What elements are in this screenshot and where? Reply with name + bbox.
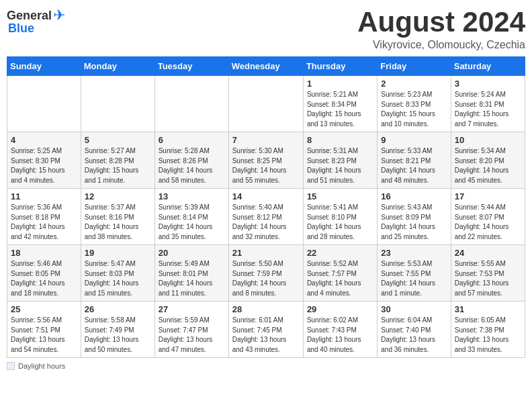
calendar-cell: 10Sunrise: 5:34 AM Sunset: 8:20 PM Dayli… xyxy=(451,132,525,189)
day-info: Sunrise: 5:52 AM Sunset: 7:57 PM Dayligh… xyxy=(307,259,373,298)
day-number: 24 xyxy=(455,248,521,258)
calendar-cell: 29Sunrise: 6:02 AM Sunset: 7:43 PM Dayli… xyxy=(303,302,377,358)
day-number: 3 xyxy=(455,79,521,89)
calendar-cell: 2Sunrise: 5:23 AM Sunset: 8:33 PM Daylig… xyxy=(378,76,451,132)
day-info: Sunrise: 5:46 AM Sunset: 8:05 PM Dayligh… xyxy=(11,259,77,298)
calendar-cell: 23Sunrise: 5:53 AM Sunset: 7:55 PM Dayli… xyxy=(378,245,451,302)
calendar-cell: 9Sunrise: 5:33 AM Sunset: 8:21 PM Daylig… xyxy=(378,132,451,189)
calendar-cell: 25Sunrise: 5:56 AM Sunset: 7:51 PM Dayli… xyxy=(7,302,81,358)
day-info: Sunrise: 5:43 AM Sunset: 8:09 PM Dayligh… xyxy=(381,203,447,242)
calendar-table: SundayMondayTuesdayWednesdayThursdayFrid… xyxy=(7,56,525,358)
calendar-cell: 27Sunrise: 5:59 AM Sunset: 7:47 PM Dayli… xyxy=(154,302,228,358)
calendar-cell: 8Sunrise: 5:31 AM Sunset: 8:23 PM Daylig… xyxy=(303,132,377,189)
calendar-week-row: 18Sunrise: 5:46 AM Sunset: 8:05 PM Dayli… xyxy=(7,245,525,302)
day-info: Sunrise: 5:53 AM Sunset: 7:55 PM Dayligh… xyxy=(381,259,447,298)
day-info: Sunrise: 5:39 AM Sunset: 8:14 PM Dayligh… xyxy=(159,203,225,242)
day-number: 28 xyxy=(232,304,300,314)
calendar-cell xyxy=(154,76,228,132)
calendar-week-row: 4Sunrise: 5:25 AM Sunset: 8:30 PM Daylig… xyxy=(7,132,525,189)
day-info: Sunrise: 5:25 AM Sunset: 8:30 PM Dayligh… xyxy=(11,146,77,185)
day-info: Sunrise: 6:05 AM Sunset: 7:38 PM Dayligh… xyxy=(455,316,521,355)
calendar-cell: 26Sunrise: 5:58 AM Sunset: 7:49 PM Dayli… xyxy=(81,302,154,358)
day-info: Sunrise: 6:01 AM Sunset: 7:45 PM Dayligh… xyxy=(232,316,300,355)
day-info: Sunrise: 5:36 AM Sunset: 8:18 PM Dayligh… xyxy=(11,203,77,242)
day-info: Sunrise: 5:37 AM Sunset: 8:16 PM Dayligh… xyxy=(85,203,151,242)
day-info: Sunrise: 5:23 AM Sunset: 8:33 PM Dayligh… xyxy=(381,90,447,129)
calendar-cell: 22Sunrise: 5:52 AM Sunset: 7:57 PM Dayli… xyxy=(303,245,377,302)
day-number: 15 xyxy=(307,191,373,201)
day-number: 29 xyxy=(307,304,373,314)
day-number: 21 xyxy=(232,248,300,258)
day-number: 20 xyxy=(159,248,225,258)
daylight-box-icon xyxy=(7,362,15,370)
calendar-cell: 19Sunrise: 5:47 AM Sunset: 8:03 PM Dayli… xyxy=(81,245,154,302)
calendar-cell: 24Sunrise: 5:55 AM Sunset: 7:53 PM Dayli… xyxy=(451,245,525,302)
day-info: Sunrise: 5:47 AM Sunset: 8:03 PM Dayligh… xyxy=(85,259,151,298)
page-header: General ✈ Blue August 2024 Vikyrovice, O… xyxy=(7,7,525,51)
day-number: 27 xyxy=(159,304,225,314)
day-number: 22 xyxy=(307,248,373,258)
calendar-cell: 15Sunrise: 5:41 AM Sunset: 8:10 PM Dayli… xyxy=(303,189,377,245)
calendar-cell: 20Sunrise: 5:49 AM Sunset: 8:01 PM Dayli… xyxy=(154,245,228,302)
day-info: Sunrise: 5:24 AM Sunset: 8:31 PM Dayligh… xyxy=(455,90,521,129)
calendar-cell: 14Sunrise: 5:40 AM Sunset: 8:12 PM Dayli… xyxy=(228,189,303,245)
calendar-cell: 28Sunrise: 6:01 AM Sunset: 7:45 PM Dayli… xyxy=(228,302,303,358)
day-info: Sunrise: 5:30 AM Sunset: 8:25 PM Dayligh… xyxy=(232,146,300,185)
day-info: Sunrise: 5:40 AM Sunset: 8:12 PM Dayligh… xyxy=(232,203,300,242)
day-number: 17 xyxy=(455,191,521,201)
day-number: 10 xyxy=(455,135,521,145)
location-subtitle: Vikyrovice, Olomoucky, Czechia xyxy=(357,39,525,51)
calendar-header-wednesday: Wednesday xyxy=(228,57,303,76)
calendar-cell: 12Sunrise: 5:37 AM Sunset: 8:16 PM Dayli… xyxy=(81,189,154,245)
calendar-week-row: 25Sunrise: 5:56 AM Sunset: 7:51 PM Dayli… xyxy=(7,302,525,358)
logo-bird-icon: ✈ xyxy=(53,7,65,24)
day-number: 1 xyxy=(307,79,373,89)
calendar-week-row: 11Sunrise: 5:36 AM Sunset: 8:18 PM Dayli… xyxy=(7,189,525,245)
calendar-cell: 31Sunrise: 6:05 AM Sunset: 7:38 PM Dayli… xyxy=(451,302,525,358)
calendar-cell: 21Sunrise: 5:50 AM Sunset: 7:59 PM Dayli… xyxy=(228,245,303,302)
day-number: 13 xyxy=(159,191,225,201)
day-number: 18 xyxy=(11,248,77,258)
day-info: Sunrise: 5:55 AM Sunset: 7:53 PM Dayligh… xyxy=(455,259,521,298)
day-info: Sunrise: 5:50 AM Sunset: 7:59 PM Dayligh… xyxy=(232,259,300,298)
calendar-header-tuesday: Tuesday xyxy=(154,57,228,76)
day-info: Sunrise: 6:04 AM Sunset: 7:40 PM Dayligh… xyxy=(381,316,447,355)
calendar-cell: 13Sunrise: 5:39 AM Sunset: 8:14 PM Dayli… xyxy=(154,189,228,245)
day-number: 6 xyxy=(159,135,225,145)
day-number: 31 xyxy=(455,304,521,314)
month-year-title: August 2024 xyxy=(357,7,525,38)
daylight-label: Daylight hours xyxy=(18,362,65,370)
calendar-cell xyxy=(228,76,303,132)
day-number: 8 xyxy=(307,135,373,145)
day-info: Sunrise: 5:28 AM Sunset: 8:26 PM Dayligh… xyxy=(159,146,225,185)
day-info: Sunrise: 5:33 AM Sunset: 8:21 PM Dayligh… xyxy=(381,146,447,185)
calendar-cell: 11Sunrise: 5:36 AM Sunset: 8:18 PM Dayli… xyxy=(7,189,81,245)
day-number: 26 xyxy=(85,304,151,314)
calendar-cell: 7Sunrise: 5:30 AM Sunset: 8:25 PM Daylig… xyxy=(228,132,303,189)
day-number: 12 xyxy=(85,191,151,201)
day-number: 4 xyxy=(11,135,77,145)
calendar-cell: 17Sunrise: 5:44 AM Sunset: 8:07 PM Dayli… xyxy=(451,189,525,245)
day-number: 11 xyxy=(11,191,77,201)
day-number: 14 xyxy=(232,191,300,201)
calendar-header-row: SundayMondayTuesdayWednesdayThursdayFrid… xyxy=(7,57,525,76)
daylight-legend: Daylight hours xyxy=(7,362,65,370)
day-number: 5 xyxy=(85,135,151,145)
calendar-cell: 5Sunrise: 5:27 AM Sunset: 8:28 PM Daylig… xyxy=(81,132,154,189)
day-info: Sunrise: 5:34 AM Sunset: 8:20 PM Dayligh… xyxy=(455,146,521,185)
day-number: 16 xyxy=(381,191,447,201)
calendar-cell: 18Sunrise: 5:46 AM Sunset: 8:05 PM Dayli… xyxy=(7,245,81,302)
calendar-cell: 3Sunrise: 5:24 AM Sunset: 8:31 PM Daylig… xyxy=(451,76,525,132)
day-number: 2 xyxy=(381,79,447,89)
calendar-cell: 6Sunrise: 5:28 AM Sunset: 8:26 PM Daylig… xyxy=(154,132,228,189)
day-info: Sunrise: 5:59 AM Sunset: 7:47 PM Dayligh… xyxy=(159,316,225,355)
title-section: August 2024 Vikyrovice, Olomoucky, Czech… xyxy=(357,7,525,51)
day-info: Sunrise: 5:56 AM Sunset: 7:51 PM Dayligh… xyxy=(11,316,77,355)
day-info: Sunrise: 5:44 AM Sunset: 8:07 PM Dayligh… xyxy=(455,203,521,242)
day-info: Sunrise: 5:58 AM Sunset: 7:49 PM Dayligh… xyxy=(85,316,151,355)
day-info: Sunrise: 6:02 AM Sunset: 7:43 PM Dayligh… xyxy=(307,316,373,355)
calendar-header-thursday: Thursday xyxy=(303,57,377,76)
calendar-footer: Daylight hours xyxy=(7,362,525,370)
day-info: Sunrise: 5:49 AM Sunset: 8:01 PM Dayligh… xyxy=(159,259,225,298)
day-number: 7 xyxy=(232,135,300,145)
